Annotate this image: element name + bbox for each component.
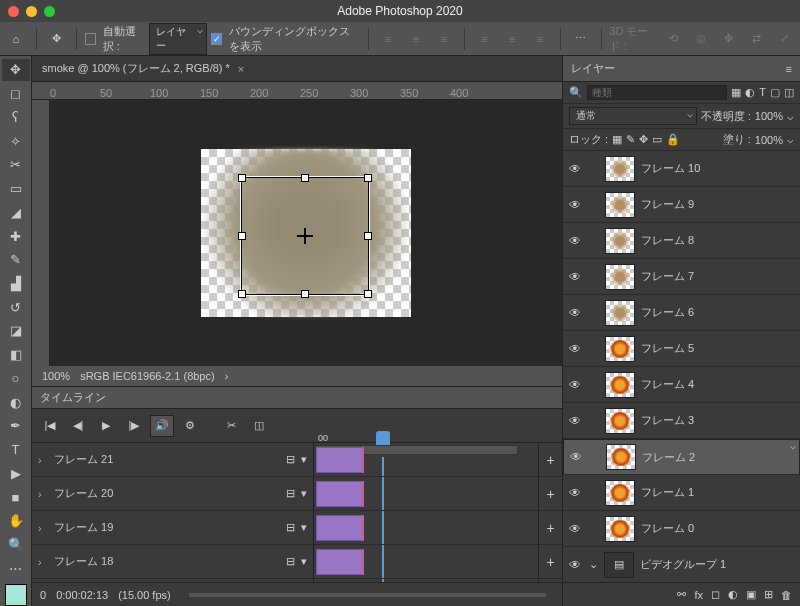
align-top-icon[interactable]: ≡ (473, 26, 497, 52)
align-bottom-icon[interactable]: ≡ (528, 26, 552, 52)
eyedropper-tool[interactable]: ◢ (2, 201, 30, 223)
layer-row[interactable]: 👁フレーム 7 (563, 259, 800, 295)
layer-thumbnail[interactable] (605, 264, 635, 290)
mute-button[interactable]: 🔊 (150, 415, 174, 437)
brush-tool[interactable]: ✎ (2, 249, 30, 271)
layer-thumbnail[interactable] (605, 336, 635, 362)
layer-thumbnail[interactable] (605, 300, 635, 326)
visibility-icon[interactable]: 👁 (569, 522, 583, 536)
visibility-icon[interactable]: 👁 (569, 234, 583, 248)
foreground-color-swatch[interactable] (5, 584, 27, 606)
stamp-tool[interactable]: ▟ (2, 273, 30, 295)
prev-frame-button[interactable]: ◀| (66, 415, 90, 437)
visibility-icon[interactable]: 👁 (569, 270, 583, 284)
video-clip[interactable] (316, 515, 364, 541)
frame-number[interactable]: 0 (40, 589, 46, 601)
dodge-tool[interactable]: ◐ (2, 391, 30, 413)
track-menu-icon[interactable]: ▾ (301, 453, 307, 466)
close-tab-icon[interactable]: × (238, 63, 244, 75)
home-icon[interactable]: ⌂ (4, 26, 28, 52)
track-caret-icon[interactable]: › (38, 488, 48, 500)
filter-type-icon[interactable]: T (759, 86, 766, 99)
layer-thumbnail[interactable] (605, 192, 635, 218)
3d-slide-icon[interactable]: ⇄ (744, 26, 768, 52)
fill-caret-icon[interactable]: ⌵ (787, 133, 794, 146)
frame-tool[interactable]: ▭ (2, 178, 30, 200)
layer-row[interactable]: 👁フレーム 9 (563, 187, 800, 223)
new-group-icon[interactable]: ▣ (746, 588, 756, 601)
filter-shape-icon[interactable]: ▢ (770, 86, 780, 99)
visibility-icon[interactable]: 👁 (569, 162, 583, 176)
visibility-icon[interactable]: 👁 (569, 306, 583, 320)
track-menu-icon[interactable]: ▾ (301, 521, 307, 534)
new-layer-icon[interactable]: ⊞ (764, 588, 773, 601)
play-button[interactable]: ▶ (94, 415, 118, 437)
visibility-icon[interactable]: 👁 (569, 414, 583, 428)
timeline-track[interactable]: ›フレーム 18⊟▾ (32, 545, 313, 579)
layer-row[interactable]: 👁フレーム 6 (563, 295, 800, 331)
handle-bottom-right[interactable] (364, 290, 372, 298)
track-caret-icon[interactable]: › (38, 454, 48, 466)
transform-bounding-box[interactable] (241, 177, 369, 295)
zoom-tool[interactable]: 🔍 (2, 534, 30, 556)
visibility-icon[interactable]: 👁 (569, 558, 583, 572)
artboard[interactable] (201, 149, 411, 317)
3d-zoom-icon[interactable]: ⤢ (772, 26, 796, 52)
align-center-icon[interactable]: ≡ (404, 26, 428, 52)
visibility-icon[interactable]: 👁 (570, 450, 584, 464)
track-props-icon[interactable]: ⊟ (286, 487, 295, 500)
delete-layer-icon[interactable]: 🗑 (781, 589, 792, 601)
handle-top-mid[interactable] (301, 174, 309, 182)
marquee-tool[interactable]: ◻ (2, 83, 30, 105)
layer-thumbnail[interactable] (605, 516, 635, 542)
align-middle-icon[interactable]: ≡ (500, 26, 524, 52)
blend-mode-select[interactable]: 通常 (569, 107, 697, 125)
move-tool[interactable]: ✥ (2, 59, 30, 81)
layer-fx-icon[interactable]: fx (694, 589, 703, 601)
visibility-icon[interactable]: 👁 (569, 342, 583, 356)
visibility-icon[interactable]: 👁 (569, 198, 583, 212)
group-thumbnail[interactable]: ▤ (604, 552, 634, 578)
path-tool[interactable]: ▶ (2, 462, 30, 484)
split-clip-button[interactable]: ✂ (219, 415, 243, 437)
lock-artboard-icon[interactable]: ▭ (652, 133, 662, 146)
layer-thumbnail[interactable] (605, 156, 635, 182)
history-brush-tool[interactable]: ↺ (2, 296, 30, 318)
lock-position-icon[interactable]: ✥ (639, 133, 648, 146)
healing-tool[interactable]: ✚ (2, 225, 30, 247)
3d-orbit-icon[interactable]: ⟲ (661, 26, 685, 52)
transition-button[interactable]: ◫ (247, 415, 271, 437)
status-caret-icon[interactable]: › (225, 370, 229, 382)
gradient-tool[interactable]: ◧ (2, 344, 30, 366)
handle-bottom-left[interactable] (238, 290, 246, 298)
track-menu-icon[interactable]: ▾ (301, 487, 307, 500)
ruler-horizontal[interactable]: 050100150200250300350400 (32, 82, 562, 100)
handle-top-right[interactable] (364, 174, 372, 182)
shape-tool[interactable]: ■ (2, 486, 30, 508)
align-right-icon[interactable]: ≡ (432, 26, 456, 52)
lock-all-icon[interactable]: 🔒 (666, 133, 680, 146)
magic-wand-tool[interactable]: ✧ (2, 130, 30, 152)
align-left-icon[interactable]: ≡ (376, 26, 400, 52)
filter-smart-icon[interactable]: ◫ (784, 86, 794, 99)
layer-row[interactable]: 👁フレーム 0 (563, 511, 800, 547)
handle-mid-left[interactable] (238, 232, 246, 240)
fps-display[interactable]: (15.00 fps) (118, 589, 171, 601)
layer-row[interactable]: 👁フレーム 5 (563, 331, 800, 367)
layer-thumbnail[interactable] (606, 444, 636, 470)
timeline-track[interactable]: ›フレーム 20⊟▾ (32, 477, 313, 511)
handle-bottom-mid[interactable] (301, 290, 309, 298)
timeline-zoom-slider[interactable] (189, 593, 546, 597)
handle-mid-right[interactable] (364, 232, 372, 240)
layer-row[interactable]: 👁フレーム 1 (563, 475, 800, 511)
add-clip-button[interactable]: + (539, 443, 562, 477)
type-tool[interactable]: T (2, 439, 30, 461)
video-group-row[interactable]: 👁⌄▤ビデオグループ 1 (563, 547, 800, 582)
auto-select-target[interactable]: レイヤー (149, 23, 207, 55)
track-caret-icon[interactable]: › (38, 522, 48, 534)
timeline-settings-icon[interactable]: ⚙ (178, 415, 202, 437)
add-clip-button[interactable]: + (539, 477, 562, 511)
visibility-icon[interactable]: 👁 (569, 378, 583, 392)
go-first-frame-button[interactable]: |◀ (38, 415, 62, 437)
filter-adjust-icon[interactable]: ◐ (745, 86, 755, 99)
